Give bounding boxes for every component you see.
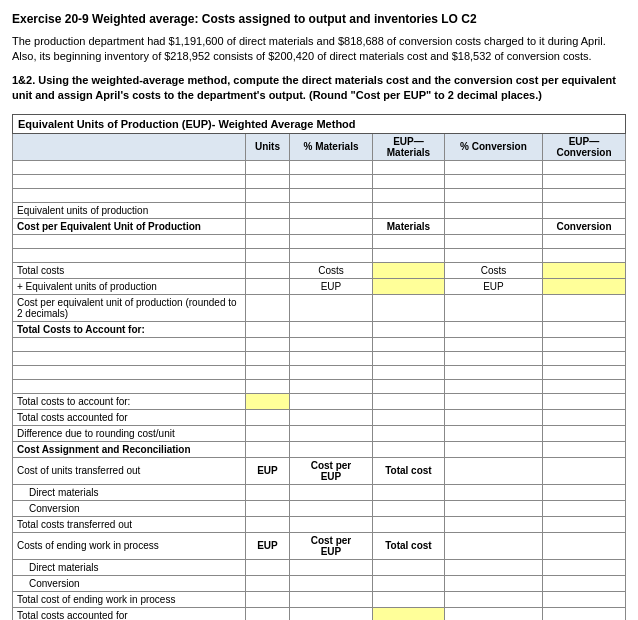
instruction-text: 1&2. Using the weighted-average method, …: [12, 73, 626, 104]
ending-wip-header-row: Costs of ending work in process EUP Cost…: [13, 532, 626, 559]
col-header-pct-conversion: % Conversion: [444, 133, 542, 160]
table-row: [13, 337, 626, 351]
col-header-eup-conversion: EUP— Conversion: [542, 133, 625, 160]
div-eup-row: + Equivalent units of production EUP EUP: [13, 278, 626, 294]
eup-row: Equivalent units of production: [13, 202, 626, 218]
total-ending-row: Total cost of ending work in process: [13, 591, 626, 607]
table-row: Conversion: [13, 575, 626, 591]
units-transferred-row: Cost of units transferred out EUP Cost p…: [13, 457, 626, 484]
table-row: [13, 248, 626, 262]
table-row: Direct materials: [13, 559, 626, 575]
table-row: Conversion: [13, 500, 626, 516]
total-costs-accounted-row: Total costs accounted for: [13, 409, 626, 425]
total-costs-account-for-row: Total costs to account for:: [13, 393, 626, 409]
total-costs-row: Total costs Costs Costs: [13, 262, 626, 278]
intro-text: The production department had $1,191,600…: [12, 34, 626, 65]
table-row: [13, 188, 626, 202]
total-transferred-row: Total costs transferred out: [13, 516, 626, 532]
col-header-desc: [13, 133, 246, 160]
diff-rounding-row: Difference due to rounding cost/unit: [13, 425, 626, 441]
table-row: [13, 160, 626, 174]
col-header-pct-materials: % Materials: [290, 133, 373, 160]
col-header-eup-materials: EUP— Materials: [372, 133, 444, 160]
table-row: [13, 365, 626, 379]
total-costs-account-row: Total Costs to Account for:: [13, 321, 626, 337]
instruction-bold: (Round "Cost per EUP" to 2 decimal place…: [309, 89, 542, 101]
total-accounted-row: Total costs accounted for: [13, 607, 626, 620]
table-row: [13, 174, 626, 188]
cost-per-eup-rounded-row: Cost per equivalent unit of production (…: [13, 294, 626, 321]
table-row: [13, 379, 626, 393]
table-row: [13, 351, 626, 365]
cost-assignment-header-row: Cost Assignment and Reconciliation: [13, 441, 626, 457]
table-row: [13, 234, 626, 248]
table-row: Direct materials: [13, 484, 626, 500]
cost-per-eup-header-row: Cost per Equivalent Unit of Production M…: [13, 218, 626, 234]
col-header-units: Units: [245, 133, 289, 160]
table-title: Equivalent Units of Production (EUP)- We…: [13, 114, 626, 133]
page-title: Exercise 20-9 Weighted average: Costs as…: [12, 12, 626, 26]
